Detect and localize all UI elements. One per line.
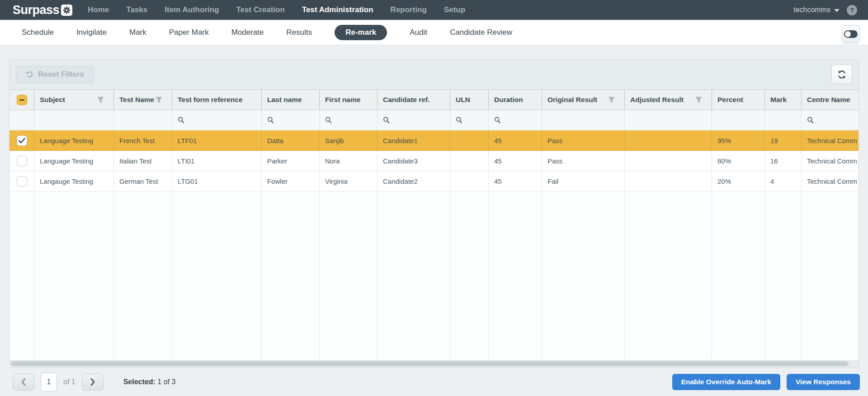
search-icon (494, 116, 501, 124)
search-icon (325, 116, 332, 124)
header-label-first_name: First name (325, 96, 360, 104)
chevron-down-icon (834, 9, 840, 12)
header-cell-candidate_ref[interactable]: Candidate ref. (377, 90, 450, 110)
top-nav: HomeTasksItem AuthoringTest CreationTest… (88, 5, 465, 14)
cell-test_form_reference: LTF01 (172, 130, 262, 150)
cell-duration: 45 (489, 171, 542, 191)
top-nav-item-setup[interactable]: Setup (444, 5, 465, 14)
filter-funnel-icon[interactable] (155, 96, 163, 104)
user-menu[interactable]: techcomms (793, 6, 840, 14)
tab-moderate[interactable]: Moderate (231, 24, 264, 41)
cell-select (9, 171, 34, 191)
cell-duration: 45 (489, 151, 542, 171)
header-cell-select[interactable] (9, 90, 34, 110)
reset-filters-button[interactable]: Reset Filters (16, 66, 94, 83)
user-name: techcomms (793, 6, 830, 14)
filter-cell-candidate_ref[interactable] (377, 110, 450, 130)
previous-page-button[interactable] (13, 373, 34, 391)
header-cell-test_name[interactable]: Test Name (114, 90, 172, 110)
top-nav-item-test-administration[interactable]: Test Administration (302, 5, 373, 14)
filter-cell-last_name[interactable] (262, 110, 320, 130)
row-checkbox[interactable] (17, 135, 27, 146)
tab-results[interactable]: Results (286, 24, 312, 41)
top-nav-item-item-authoring[interactable]: Item Authoring (165, 5, 219, 14)
cell-uln (450, 151, 489, 171)
header-cell-test_form_reference[interactable]: Test form reference (172, 90, 262, 110)
table-header-row: SubjectTest NameTest form referenceLast … (9, 90, 859, 110)
footer-bar: of 1 Selected: 1 of 3 Enable Override Au… (0, 368, 868, 396)
filter-toolbar: Reset Filters (9, 60, 859, 89)
tab-re-mark[interactable]: Re-mark (335, 25, 387, 40)
tab-invigilate[interactable]: Invigilate (76, 24, 107, 41)
row-checkbox[interactable] (17, 156, 27, 166)
cell-last_name: Fowler (262, 171, 320, 191)
filter-cell-test_name (114, 110, 172, 130)
header-cell-first_name[interactable]: First name (320, 90, 377, 110)
header-cell-uln[interactable]: ULN (450, 90, 489, 110)
top-nav-item-test-creation[interactable]: Test Creation (236, 5, 285, 14)
header-label-test_name: Test Name (119, 96, 154, 104)
empty-column-duration (489, 191, 542, 360)
tab-schedule[interactable]: Schedule (22, 24, 54, 41)
empty-column-last_name (262, 191, 320, 360)
page-number-input[interactable] (41, 373, 57, 391)
header-cell-last_name[interactable]: Last name (262, 90, 320, 110)
cell-percent: 80% (712, 151, 765, 171)
filter-cell-first_name[interactable] (320, 110, 377, 130)
view-responses-button[interactable]: View Responses (787, 374, 860, 390)
header-cell-subject[interactable]: Subject (34, 90, 114, 110)
cell-test_form_reference: LTG01 (172, 171, 262, 191)
surpass-logo-text: Surpass (13, 3, 59, 17)
table-row[interactable]: Language TestingItalian TestLTI01ParkerN… (9, 151, 859, 171)
filter-cell-original_result (542, 110, 625, 130)
cell-last_name: Datta (262, 130, 320, 150)
cell-adjusted_result (625, 130, 712, 150)
top-nav-item-home[interactable]: Home (88, 5, 109, 14)
cell-adjusted_result (625, 171, 712, 191)
top-nav-item-tasks[interactable]: Tasks (126, 5, 147, 14)
row-checkbox[interactable] (17, 176, 27, 186)
cell-test_name: French Test (114, 130, 172, 150)
table-row[interactable]: Langauge TestingGerman TestLTG01FowlerVi… (9, 171, 859, 191)
cell-select (9, 151, 34, 171)
cell-original_result: Pass (542, 130, 625, 150)
filter-cell-duration[interactable] (489, 110, 542, 130)
table-empty-area (9, 191, 859, 360)
top-nav-item-reporting[interactable]: Reporting (391, 5, 427, 14)
cell-candidate_ref: Candidate2 (377, 171, 450, 191)
next-page-button[interactable] (82, 373, 104, 391)
horizontal-scrollbar-thumb[interactable] (11, 361, 849, 366)
cell-percent: 95% (712, 130, 765, 150)
surpass-logo-icon (61, 5, 72, 16)
view-toggle-button[interactable] (842, 25, 860, 43)
filter-funnel-icon[interactable] (97, 96, 104, 104)
header-cell-duration[interactable]: Duration (489, 90, 542, 110)
tab-paper-mark[interactable]: Paper Mark (169, 24, 209, 41)
cell-original_result: Pass (542, 151, 625, 171)
selected-label: Selected: (123, 378, 156, 386)
filter-funnel-icon[interactable] (695, 96, 703, 104)
filter-funnel-icon[interactable] (608, 96, 615, 104)
cell-mark: 4 (765, 171, 802, 191)
header-cell-original_result[interactable]: Original Result (542, 90, 625, 110)
cell-first_name: Virginia (320, 171, 377, 191)
refresh-button[interactable] (831, 65, 852, 84)
header-cell-adjusted_result[interactable]: Adjusted Result (625, 90, 712, 110)
tab-audit[interactable]: Audit (410, 24, 427, 41)
tab-candidate-review[interactable]: Candidate Review (450, 24, 512, 41)
filter-cell-uln[interactable] (450, 110, 489, 130)
header-label-mark: Mark (770, 96, 787, 104)
filter-cell-centre_name[interactable] (802, 110, 859, 130)
cell-adjusted_result (625, 151, 712, 171)
tab-mark[interactable]: Mark (129, 24, 146, 41)
header-cell-centre_name[interactable]: Centre Name (802, 90, 859, 110)
header-cell-percent[interactable]: Percent (712, 90, 765, 110)
help-button[interactable]: ? (847, 5, 857, 15)
filter-cell-test_form_reference[interactable] (172, 110, 262, 130)
table-row[interactable]: Language TestingFrench TestLTF01DattaSan… (9, 130, 859, 151)
header-label-uln: ULN (456, 96, 470, 104)
header-cell-mark[interactable]: Mark (765, 90, 802, 110)
cell-centre_name: Technical Comm (802, 171, 859, 191)
select-all-checkbox[interactable] (17, 95, 27, 105)
enable-override-auto-mark-button[interactable]: Enable Override Auto-Mark (672, 374, 780, 390)
